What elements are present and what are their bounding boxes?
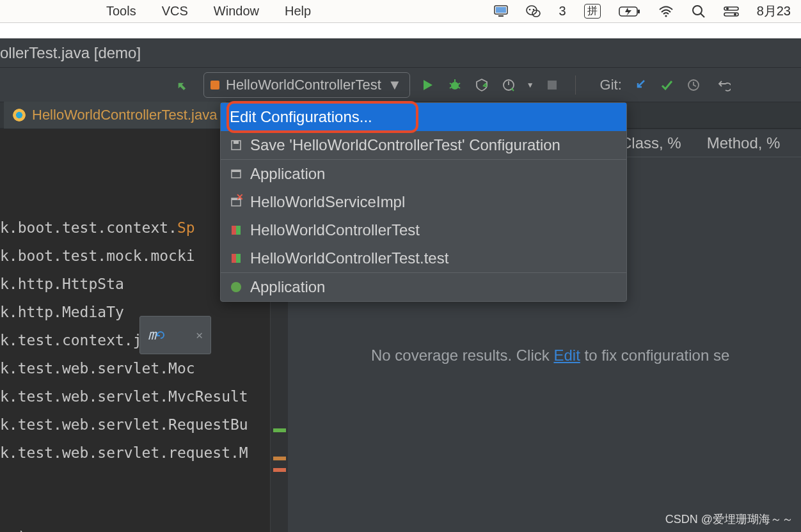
search-icon[interactable]	[692, 4, 706, 19]
code-line: k.boot.test.mock.mocki	[0, 247, 195, 264]
debug-icon[interactable]	[446, 78, 464, 92]
run-config-picker[interactable]: HelloWorldControllerTest ▼	[203, 72, 410, 98]
code-line: k.test.web.servlet.RequestBu	[0, 416, 248, 433]
chevron-down-icon: ▼	[388, 77, 402, 93]
svg-line-19	[458, 83, 460, 84]
svg-point-31	[231, 282, 241, 292]
svg-point-15	[734, 13, 736, 15]
config-type-icon	[210, 81, 219, 90]
dd-save-config[interactable]: Save 'HelloWorldControllerTest' Configur…	[221, 131, 626, 159]
svg-line-11	[701, 13, 704, 17]
profile-dropdown-icon[interactable]: ▼	[527, 81, 534, 90]
svg-point-10	[693, 6, 702, 15]
svg-rect-2	[498, 15, 504, 17]
dd-application-2[interactable]: Application	[221, 273, 626, 301]
junit-icon	[230, 252, 242, 265]
dd-controller-test[interactable]: HelloWorldControllerTest	[221, 216, 626, 244]
dd-label: HelloWorldServiceImpl	[250, 193, 405, 211]
build-icon[interactable]	[173, 77, 191, 93]
window-title: ollerTest.java [demo]	[0, 38, 801, 68]
svg-point-13	[726, 7, 729, 10]
spring-icon	[230, 281, 242, 293]
monitor-icon[interactable]	[494, 5, 508, 18]
svg-line-18	[450, 83, 452, 84]
cov-msg-suffix: to fix configuration se	[580, 347, 729, 364]
wechat-icon[interactable]	[526, 4, 541, 19]
svg-point-5	[528, 8, 530, 10]
dd-controller-test-test[interactable]: HelloWorldControllerTest.test	[221, 244, 626, 272]
stop-icon[interactable]	[543, 79, 561, 91]
ime-icon[interactable]: 拼	[584, 4, 601, 19]
intention-popup[interactable]: m ✕	[139, 316, 211, 354]
title-text: ollerTest.java [demo]	[0, 44, 141, 62]
dd-application-1[interactable]: Application	[221, 160, 626, 188]
col-class[interactable]: Class, %	[621, 134, 681, 152]
mac-menu-left: Tools VCS Window Help	[10, 4, 311, 19]
dd-label: Application	[250, 165, 325, 183]
test-target-icon	[13, 109, 26, 121]
menu-window[interactable]: Window	[214, 4, 259, 19]
code-line: k.test.web.servlet.MvcResult	[0, 388, 248, 405]
popup-m-icon: m	[148, 321, 165, 349]
menu-tools[interactable]: Tools	[106, 4, 136, 19]
svg-rect-8	[638, 10, 640, 13]
run-config-dropdown[interactable]: Edit Configurations... Save 'HelloWorldC…	[220, 102, 627, 302]
main-toolbar: HelloWorldControllerTest ▼ ▼ Git:	[0, 68, 801, 102]
code-highlight: Sp	[177, 219, 195, 236]
mac-status-icons: 3 拼 8月23	[494, 3, 791, 20]
svg-rect-1	[496, 7, 506, 13]
dd-label: Edit Configurations...	[230, 108, 372, 126]
dd-label: Save 'HelloWorldControllerTest' Configur…	[250, 136, 560, 154]
menu-help[interactable]: Help	[285, 4, 311, 19]
file-tab[interactable]: HelloWorldControllerTest.java	[4, 102, 226, 129]
svg-point-6	[532, 8, 534, 10]
menu-vcs[interactable]: VCS	[162, 4, 188, 19]
app-icon	[230, 168, 242, 180]
profile-icon[interactable]	[500, 78, 518, 92]
watermark: CSDN @爱埋珊瑚海～～	[665, 512, 793, 527]
col-method[interactable]: Method, %	[707, 134, 781, 152]
dd-label: HelloWorldControllerTest	[250, 221, 420, 239]
git-commit-icon[interactable]	[658, 78, 676, 92]
code-brace: )	[18, 529, 27, 532]
code-line: ss	[0, 529, 18, 532]
edit-link[interactable]: Edit	[553, 347, 580, 364]
app-error-icon: ✕	[230, 196, 242, 208]
dd-service-impl[interactable]: ✕ HelloWorldServiceImpl	[221, 188, 626, 216]
git-history-icon[interactable]	[685, 78, 702, 92]
wechat-count: 3	[559, 4, 566, 19]
separator	[575, 75, 576, 95]
svg-point-16	[451, 82, 459, 90]
run-icon[interactable]	[419, 79, 437, 91]
control-center-icon[interactable]	[724, 6, 739, 17]
wifi-icon[interactable]	[658, 6, 674, 17]
svg-point-4	[532, 10, 540, 17]
dd-edit-configurations[interactable]: Edit Configurations...	[221, 103, 626, 131]
battery-icon[interactable]	[619, 6, 640, 17]
code-line: k.boot.test.context.	[0, 219, 177, 236]
svg-rect-28	[232, 170, 241, 172]
svg-rect-26	[234, 141, 239, 144]
git-pull-icon[interactable]	[631, 79, 649, 91]
cov-msg-prefix: No coverage results. Click	[371, 347, 553, 364]
coverage-icon[interactable]	[473, 78, 491, 92]
svg-point-9	[665, 15, 667, 17]
svg-line-20	[450, 87, 452, 88]
junit-icon	[230, 224, 242, 237]
git-revert-icon[interactable]	[715, 79, 733, 91]
svg-rect-23	[548, 81, 557, 90]
code-line: k.http.HttpSta	[0, 276, 124, 292]
config-label: HelloWorldControllerTest	[226, 77, 381, 93]
save-icon	[230, 139, 242, 152]
date-label[interactable]: 8月23	[757, 3, 791, 20]
coverage-empty-message: No coverage results. Click Edit to fix c…	[371, 347, 729, 364]
code-line: k.test.web.servlet.request.M	[0, 444, 248, 461]
close-icon[interactable]: ✕	[196, 321, 203, 349]
dd-label: Application	[250, 278, 325, 296]
code-line: k.test.web.servlet.Moc	[0, 360, 195, 377]
dd-label: HelloWorldControllerTest.test	[250, 249, 448, 267]
git-label: Git:	[600, 77, 622, 93]
code-line: k.http.MediaTy	[0, 304, 124, 320]
file-tab-label: HelloWorldControllerTest.java	[32, 107, 217, 123]
mac-menubar: Tools VCS Window Help 3 拼 8月23	[0, 0, 801, 23]
